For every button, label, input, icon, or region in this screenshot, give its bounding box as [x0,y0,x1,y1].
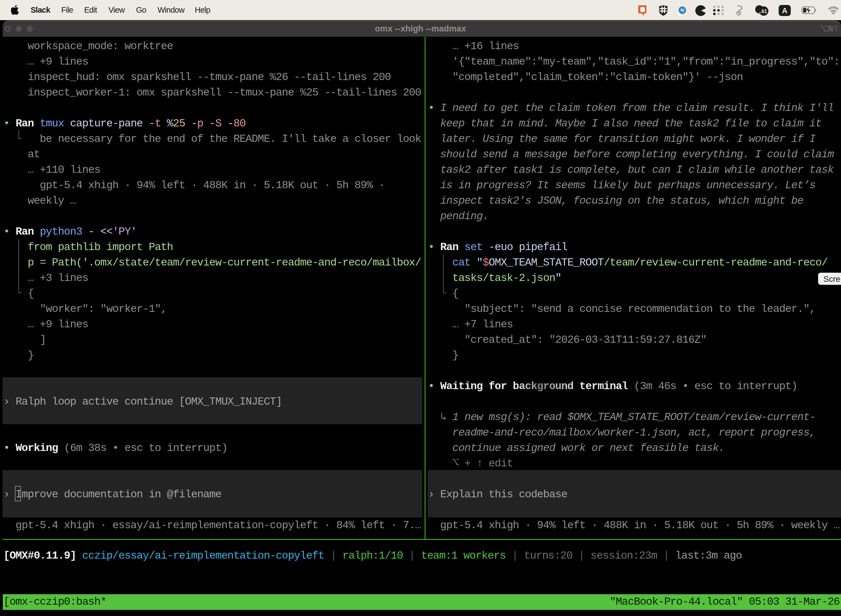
svg-text:A: A [782,7,787,15]
svg-text:..61: ..61 [759,9,767,14]
